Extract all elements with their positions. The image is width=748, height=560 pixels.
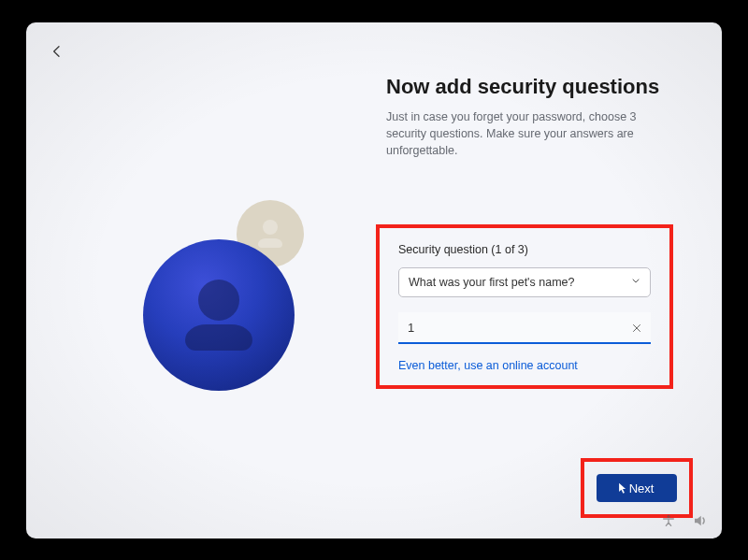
oobe-window: Now add security questions Just in case …: [26, 22, 722, 538]
illustration-pane: [26, 22, 363, 538]
next-button-area: Next: [584, 462, 689, 514]
section-label: Security question (1 of 3): [398, 243, 651, 256]
system-tray: [658, 510, 711, 531]
dropdown-selected-value: What was your first pet's name?: [409, 276, 574, 289]
next-button[interactable]: Next: [597, 474, 677, 502]
security-answer-input[interactable]: [398, 312, 651, 344]
user-icon: [255, 215, 285, 252]
clear-input-button[interactable]: [630, 322, 643, 335]
use-online-account-link[interactable]: Even better, use an online account: [398, 359, 651, 372]
volume-icon: [692, 512, 709, 529]
answer-input-wrap: [398, 312, 651, 344]
svg-point-0: [667, 515, 669, 518]
primary-avatar: [143, 239, 295, 391]
content-pane: Now add security questions Just in case …: [386, 75, 687, 159]
security-question-dropdown[interactable]: What was your first pet's name?: [398, 267, 651, 297]
screen: Now add security questions Just in case …: [0, 0, 748, 560]
security-question-form: Security question (1 of 3) What was your…: [380, 228, 669, 385]
page-title: Now add security questions: [386, 75, 687, 99]
next-button-label: Next: [629, 481, 654, 495]
page-subtitle: Just in case you forget your password, c…: [386, 108, 667, 159]
cursor-icon: [618, 482, 627, 495]
volume-button[interactable]: [690, 510, 711, 531]
accessibility-icon: [661, 513, 676, 528]
user-icon: [180, 268, 257, 362]
chevron-down-icon: [630, 276, 641, 290]
close-icon: [631, 323, 642, 334]
accessibility-button[interactable]: [658, 510, 679, 531]
